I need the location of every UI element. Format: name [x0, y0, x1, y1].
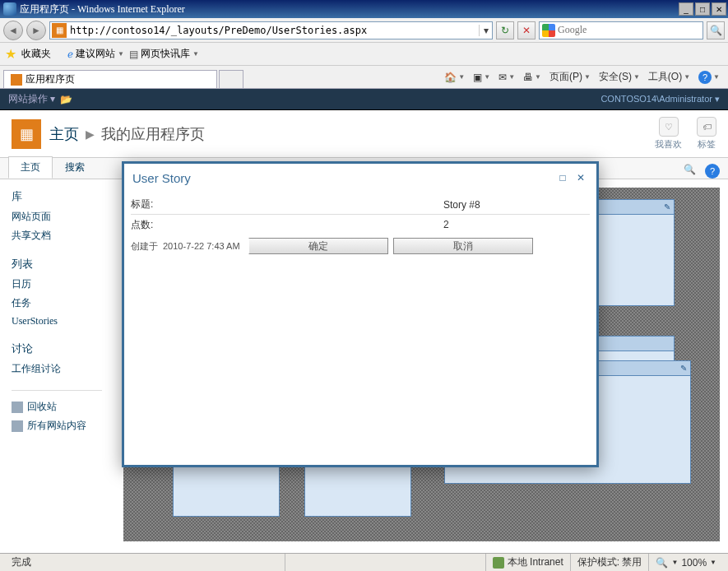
nav-calendar[interactable]: 日历	[12, 275, 115, 294]
favorites-label[interactable]: 收藏夹	[21, 47, 51, 61]
help-menu[interactable]: ?▼	[698, 71, 720, 84]
breadcrumb-separator-icon: ▶	[86, 128, 95, 141]
web-slice-link[interactable]: ▤ 网页快讯库 ▼	[129, 47, 199, 61]
zone-icon	[493, 557, 504, 569]
tab-title: 应用程序页	[26, 72, 75, 86]
sharepoint-ribbon: 网站操作 ▾ 📂 CONTOSO14\Administrator ▾	[0, 89, 728, 110]
nav-site-pages[interactable]: 网站页面	[12, 207, 115, 226]
tags-icon: 🏷	[697, 117, 716, 137]
search-input[interactable]	[558, 24, 702, 36]
status-bar: 完成 本地 Intranet 保护模式: 禁用 🔍▼ 100% ▼	[0, 553, 728, 571]
user-story-dialog: User Story □ ✕ 标题: Story #8 点数: 2 创建于 20…	[122, 161, 599, 467]
site-actions-menu[interactable]: 网站操作 ▾	[8, 92, 55, 106]
field-title-label: 标题:	[131, 197, 443, 211]
window-title: 应用程序页 - Windows Internet Explorer	[20, 2, 677, 16]
breadcrumb-current: 我的应用程序页	[101, 124, 205, 144]
address-dropdown[interactable]: ▾	[479, 25, 492, 36]
dialog-close-button[interactable]: ✕	[573, 171, 588, 184]
card-edit-icon[interactable]: ✎	[680, 364, 687, 373]
favorites-star-icon[interactable]: ★	[5, 46, 16, 62]
all-content-icon	[12, 420, 23, 432]
suggested-sites-link[interactable]: ℯ 建议网站 ▼	[67, 47, 124, 61]
nav-userstories[interactable]: UserStories	[12, 313, 115, 330]
address-bar[interactable]: ▦ ▾	[49, 21, 493, 39]
status-zoom[interactable]: 🔍▼ 100% ▼	[648, 554, 723, 571]
tags-button[interactable]: 🏷 标签	[697, 117, 716, 151]
nav-shared-docs[interactable]: 共享文档	[12, 226, 115, 245]
search-go-button[interactable]: 🔍	[707, 21, 725, 39]
tools-menu[interactable]: 工具(O)▼	[648, 70, 690, 84]
search-bar[interactable]	[539, 21, 703, 39]
sp-tab-home[interactable]: 主页	[8, 156, 53, 179]
navigate-up-icon[interactable]: 📂	[60, 94, 72, 105]
status-done: 完成	[5, 554, 285, 571]
nav-tasks[interactable]: 任务	[12, 294, 115, 313]
command-bar: 🏠▼ ▣▼ ✉▼ 🖶▼ 页面(P)▼ 安全(S)▼ 工具(O)▼ ?▼	[444, 66, 725, 88]
stop-button[interactable]: ✕	[517, 21, 536, 39]
nav-discussions-header[interactable]: 讨论	[12, 341, 115, 356]
created-label: 创建于	[131, 240, 158, 253]
field-points-label: 点数:	[131, 218, 443, 232]
sp-tab-search[interactable]: 搜索	[53, 156, 97, 179]
status-sep	[285, 554, 318, 571]
recycle-icon	[12, 402, 23, 413]
print-menu[interactable]: 🖶▼	[523, 72, 541, 83]
status-protected-mode: 保护模式: 禁用	[570, 554, 649, 571]
feeds-menu[interactable]: ▣▼	[473, 72, 490, 83]
minimize-button[interactable]: _	[679, 2, 693, 16]
google-icon	[542, 24, 555, 37]
mail-menu[interactable]: ✉▼	[498, 72, 515, 83]
nav-lists-header[interactable]: 列表	[12, 257, 115, 272]
user-menu[interactable]: CONTOSO14\Administrator ▾	[600, 94, 720, 104]
field-title-value: Story #8	[443, 199, 590, 211]
ie-icon	[3, 2, 16, 16]
tab-strip: 应用程序页 🏠▼ ▣▼ ✉▼ 🖶▼ 页面(P)▼ 安全(S)▼ 工具(O)▼ ?…	[0, 66, 728, 89]
tab-active[interactable]: 应用程序页	[3, 70, 217, 88]
url-input[interactable]	[68, 25, 479, 36]
ok-button[interactable]: 确定	[248, 238, 388, 254]
suggested-sites-label: 建议网站	[76, 47, 115, 61]
tab-page-icon	[11, 74, 22, 86]
like-button[interactable]: ♡ 我喜欢	[655, 117, 682, 151]
help-icon: ?	[698, 71, 712, 84]
sp-help-icon[interactable]: ?	[705, 164, 720, 179]
new-tab-button[interactable]	[219, 70, 243, 88]
home-menu[interactable]: 🏠▼	[444, 72, 465, 83]
window-titlebar: 应用程序页 - Windows Internet Explorer _ □ ✕	[0, 0, 728, 18]
like-icon: ♡	[659, 117, 679, 137]
cancel-button[interactable]: 取消	[393, 238, 533, 254]
sharepoint-header: ▦ 主页 ▶ 我的应用程序页 ♡ 我喜欢 🏷 标签	[0, 110, 728, 158]
nav-all-content[interactable]: 所有网站内容	[12, 416, 115, 435]
browser-navbar: ◄ ► ▦ ▾ ↻ ✕ 🔍	[0, 18, 728, 43]
refresh-button[interactable]: ↻	[496, 21, 514, 39]
created-value: 2010-7-22 7:43 AM	[163, 241, 240, 251]
web-slice-label: 网页快讯库	[141, 47, 190, 61]
sp-search-icon[interactable]: 🔍	[680, 160, 698, 179]
breadcrumb-home[interactable]: 主页	[49, 124, 79, 144]
site-icon: ▦	[52, 23, 67, 38]
tags-label: 标签	[698, 138, 716, 151]
dialog-title: User Story	[132, 171, 191, 185]
like-label: 我喜欢	[655, 138, 682, 151]
field-points-value: 2	[443, 219, 590, 230]
maximize-button[interactable]: □	[695, 2, 710, 16]
page-menu[interactable]: 页面(P)▼	[549, 70, 591, 84]
dialog-maximize-button[interactable]: □	[555, 171, 570, 184]
safety-menu[interactable]: 安全(S)▼	[599, 70, 640, 84]
nav-libraries-header[interactable]: 库	[12, 189, 115, 204]
site-logo[interactable]: ▦	[12, 119, 41, 149]
nav-team-discussion[interactable]: 工作组讨论	[12, 360, 115, 378]
favorites-bar: ★ 收藏夹 ℯ 建议网站 ▼ ▤ 网页快讯库 ▼	[0, 43, 728, 66]
card-edit-icon[interactable]: ✎	[664, 202, 670, 211]
status-zone[interactable]: 本地 Intranet	[485, 554, 570, 571]
close-button[interactable]: ✕	[712, 2, 726, 16]
breadcrumb: 主页 ▶ 我的应用程序页	[49, 124, 205, 144]
dialog-body: 标题: Story #8 点数: 2 创建于 2010-7-22 7:43 AM…	[124, 192, 596, 465]
forward-button[interactable]: ►	[26, 21, 46, 40]
quick-launch: 库 网站页面 共享文档 列表 日历 任务 UserStories 讨论 工作组讨…	[0, 179, 115, 541]
nav-recycle-bin[interactable]: 回收站	[12, 397, 115, 416]
back-button[interactable]: ◄	[3, 21, 23, 40]
dialog-titlebar: User Story □ ✕	[124, 164, 596, 192]
